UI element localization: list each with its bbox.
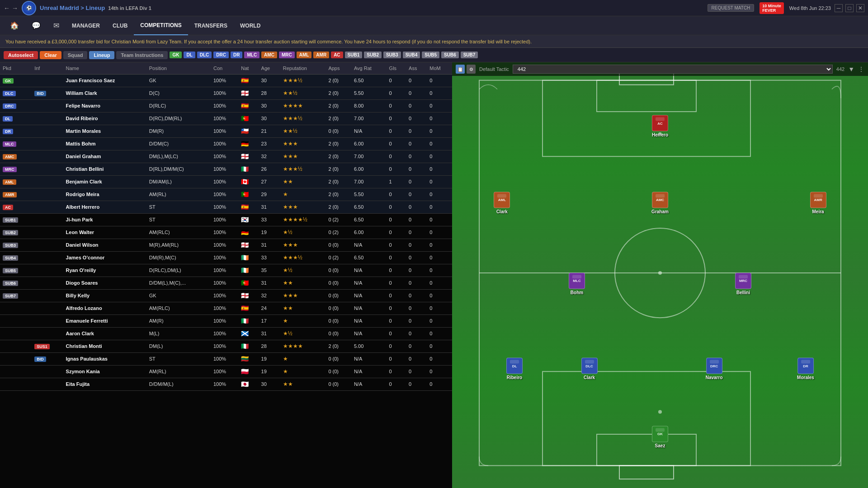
player-token-dr[interactable]: DR Morales xyxy=(797,358,814,380)
pos-amc-button[interactable]: AMC xyxy=(261,52,277,58)
cell-inf xyxy=(32,289,63,302)
pos-sub4-button[interactable]: SUB4 xyxy=(403,52,420,58)
nav-club[interactable]: CLUB xyxy=(106,16,134,35)
nav-chat[interactable]: 💬 xyxy=(25,16,47,35)
table-row[interactable]: SUB1 Ji-hun Park ST 100% 🇰🇷 33 ★★★★½ 0 (… xyxy=(0,213,452,226)
table-row[interactable]: SUB6 Diogo Soares D/DM(L),M(C),... 100% … xyxy=(0,277,452,289)
cell-con: 100% xyxy=(211,239,238,251)
table-row[interactable]: Emanuele Ferretti AM(R) 100% 🇮🇹 17 ★ 0 (… xyxy=(0,314,452,327)
nav-arrows[interactable]: ← → xyxy=(4,5,18,12)
player-list[interactable]: Pkd Inf Name Position Con Nat Age Reputa… xyxy=(0,62,452,488)
table-row[interactable]: Szymon Kania AM(RL) 100% 🇵🇱 19 ★ 0 (0) N… xyxy=(0,365,452,378)
player-token-dlc[interactable]: DLC Clark xyxy=(581,358,598,380)
table-row[interactable]: AC Albert Herrero ST 100% 🇪🇸 31 ★★★ 2 (0… xyxy=(0,201,452,213)
pos-dlc-button[interactable]: DLC xyxy=(197,52,212,58)
table-row[interactable]: GK Juan Francisco Saez GK 100% 🇪🇸 30 ★★★… xyxy=(0,74,452,87)
table-row[interactable]: Alfredo Lozano AM(RLC) 100% 🇪🇸 24 ★★ 0 (… xyxy=(0,302,452,314)
tactic-select[interactable]: 442 xyxy=(513,65,833,74)
cell-gls: 0 xyxy=(387,302,406,314)
pos-gk-button[interactable]: GK xyxy=(170,52,182,58)
player-token-ac[interactable]: AC Herrero xyxy=(652,115,668,137)
player-shirt-drc: DRC xyxy=(706,358,722,374)
cell-apps: 0 (0) xyxy=(326,365,351,378)
table-row[interactable]: AMC Daniel Graham DM(L),M(LC) 100% 🏴󠁧󠁢󠁥󠁮… xyxy=(0,150,452,163)
nav-manager[interactable]: MANAGER xyxy=(66,16,106,35)
player-token-dl[interactable]: DL Ribeiro xyxy=(506,358,523,380)
table-row[interactable]: MLC Mattis Bohm D/DM(C) 100% 🇩🇪 23 ★★★ 2… xyxy=(0,137,452,150)
player-token-amc[interactable]: AMC Graham xyxy=(651,192,669,214)
cell-name: David Ribeiro xyxy=(63,112,146,125)
window-controls[interactable]: ─ □ ✕ xyxy=(835,4,864,12)
table-row[interactable]: SUS1 Christian Monti DM(L) 100% 🇮🇹 28 ★★… xyxy=(0,340,452,352)
pos-dr-button[interactable]: DR xyxy=(231,52,242,58)
table-row[interactable]: SUB4 James O'connor DM(R),M(C) 100% 🇮🇪 3… xyxy=(0,251,452,264)
minimize-button[interactable]: ─ xyxy=(835,4,843,12)
pos-drc-button[interactable]: DRC xyxy=(213,52,229,58)
package-badge: DL xyxy=(3,116,13,122)
nav-world[interactable]: WORLD xyxy=(234,16,267,35)
table-row[interactable]: DL David Ribeiro D(RC),DM(RL) 100% 🇵🇹 30… xyxy=(0,112,452,125)
cell-pkg xyxy=(0,352,32,365)
tactic-dropdown-arrow[interactable]: ▼ xyxy=(848,66,854,73)
table-row[interactable]: BID Ignas Paulauskas ST 100% 🇱🇹 19 ★ 0 (… xyxy=(0,352,452,365)
table-row[interactable]: Aaron Clark M(L) 100% 🏴󠁧󠁢󠁳󠁣󠁴󠁿 31 ★½ 0 (0… xyxy=(0,327,452,340)
team-instructions-tab[interactable]: Team Instructions xyxy=(116,51,168,59)
star-rating: ★ xyxy=(283,318,288,324)
table-row[interactable]: MRC Christian Bellini D(RL),DM/M(C) 100%… xyxy=(0,163,452,175)
table-row[interactable]: AML Benjamin Clark DM/AM(L) 100% 🇨🇦 27 ★… xyxy=(0,175,452,188)
clear-button[interactable]: Clear xyxy=(40,51,61,59)
nav-mail[interactable]: ✉ xyxy=(47,16,66,35)
player-token-amr[interactable]: AMR Meira xyxy=(810,192,826,214)
cell-gls: 0 xyxy=(387,352,406,365)
close-button[interactable]: ✕ xyxy=(856,4,864,12)
nav-transfers[interactable]: TRANSFERS xyxy=(188,16,234,35)
nav-home[interactable]: 🏠 xyxy=(4,16,25,35)
cell-mom: 0 xyxy=(427,87,452,99)
tactic-icon-2[interactable]: ⚙ xyxy=(467,65,476,74)
pos-sub3-button[interactable]: SUB3 xyxy=(383,52,401,58)
player-token-aml[interactable]: AML Clark xyxy=(494,192,510,214)
player-token-mlc[interactable]: MLC Bohm xyxy=(569,272,585,295)
nav-competitions[interactable]: COMPETITIONS xyxy=(134,16,188,35)
pos-dl-button[interactable]: DL xyxy=(184,52,195,58)
pos-sub7-button[interactable]: SUB7 xyxy=(461,52,478,58)
table-row[interactable]: SUB3 Daniel Wilson M(R),AM(RL) 100% 🏴󠁧󠁢󠁥… xyxy=(0,239,452,251)
table-row[interactable]: SUB7 Billy Kelly GK 100% 🏴󠁧󠁢󠁥󠁮󠁧󠁿 32 ★★★ … xyxy=(0,289,452,302)
back-arrow[interactable]: ← xyxy=(4,5,10,12)
cell-ass: 0 xyxy=(406,163,427,175)
table-row[interactable]: DR Martin Morales DM(R) 100% 🇨🇱 21 ★★½ 0… xyxy=(0,125,452,137)
pos-amr-button[interactable]: AMR xyxy=(313,52,329,58)
player-shirt-dr: DR xyxy=(797,358,814,374)
pos-sub5-button[interactable]: SUB5 xyxy=(422,52,439,58)
pos-sub6-button[interactable]: SUB6 xyxy=(441,52,459,58)
table-row[interactable]: SUB2 Leon Walter AM(RLC) 100% 🇩🇪 19 ★½ 0… xyxy=(0,226,452,239)
cell-pkg: MRC xyxy=(0,163,32,175)
table-row[interactable]: DLC BID William Clark D(C) 100% 🏴󠁧󠁢󠁥󠁮󠁧󠁿 … xyxy=(0,87,452,99)
table-row[interactable]: AMR Rodrigo Meira AM(RL) 100% 🇵🇹 29 ★ 2 … xyxy=(0,188,452,201)
cell-name: Mattis Bohm xyxy=(63,137,146,150)
squad-tab[interactable]: Squad xyxy=(63,51,88,59)
table-row[interactable]: SUB5 Ryan O'reilly D(RLC),DM(L) 100% 🇮🇪 … xyxy=(0,264,452,277)
pos-ac-button[interactable]: AC xyxy=(331,52,343,58)
cell-gls: 0 xyxy=(387,277,406,289)
table-row[interactable]: Eita Fujita D/DM/M(L) 100% 🇯🇵 30 ★★ 0 (0… xyxy=(0,378,452,390)
pos-mrc-button[interactable]: MRC xyxy=(279,52,295,58)
pos-sub2-button[interactable]: SUB2 xyxy=(364,52,382,58)
tactic-menu-icon[interactable]: ⋮ xyxy=(858,66,864,73)
player-token-drc[interactable]: DRC Navarro xyxy=(706,358,723,380)
pos-aml-button[interactable]: AML xyxy=(297,52,312,58)
autoselect-button[interactable]: Autoselect xyxy=(4,51,38,59)
player-token-gk[interactable]: GK Saez xyxy=(652,426,668,448)
forward-arrow[interactable]: → xyxy=(12,5,18,12)
table-row[interactable]: DRC Felipe Navarro D(RLC) 100% 🇪🇸 30 ★★★… xyxy=(0,99,452,112)
request-match-button[interactable]: REQUEST MATCH xyxy=(708,4,755,12)
tactic-icon-1[interactable]: 📋 xyxy=(456,65,465,74)
maximize-button[interactable]: □ xyxy=(845,4,854,12)
pos-mlc-button[interactable]: MLC xyxy=(244,52,259,58)
player-token-mrc[interactable]: MRC Bellini xyxy=(735,272,751,295)
cell-age: 31 xyxy=(259,239,280,251)
lineup-tab[interactable]: Lineup xyxy=(89,51,114,59)
cell-name: James O'connor xyxy=(63,251,146,264)
pos-sub1-button[interactable]: SUB1 xyxy=(345,52,363,58)
cell-mom: 0 xyxy=(427,264,452,277)
